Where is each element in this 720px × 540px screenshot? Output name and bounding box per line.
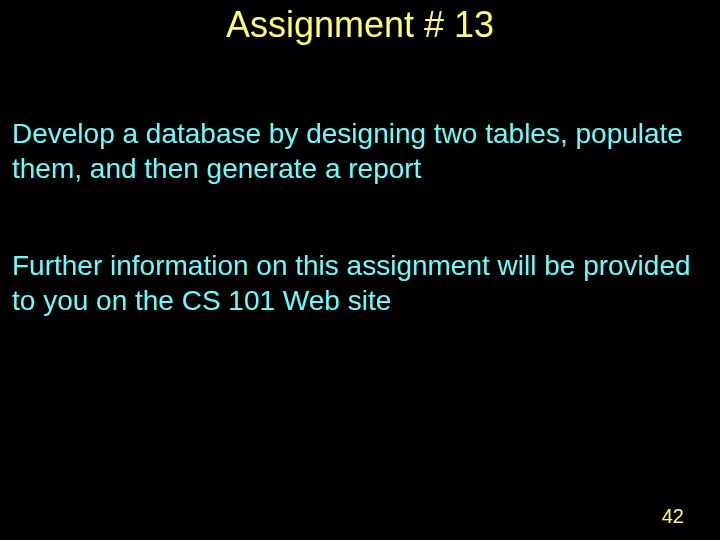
paragraph-2: Further information on this assignment w… (0, 248, 720, 318)
slide-title: Assignment # 13 (0, 0, 720, 46)
page-number: 42 (662, 505, 684, 528)
paragraph-1: Develop a database by designing two tabl… (0, 116, 720, 186)
slide: Assignment # 13 Develop a database by de… (0, 0, 720, 540)
